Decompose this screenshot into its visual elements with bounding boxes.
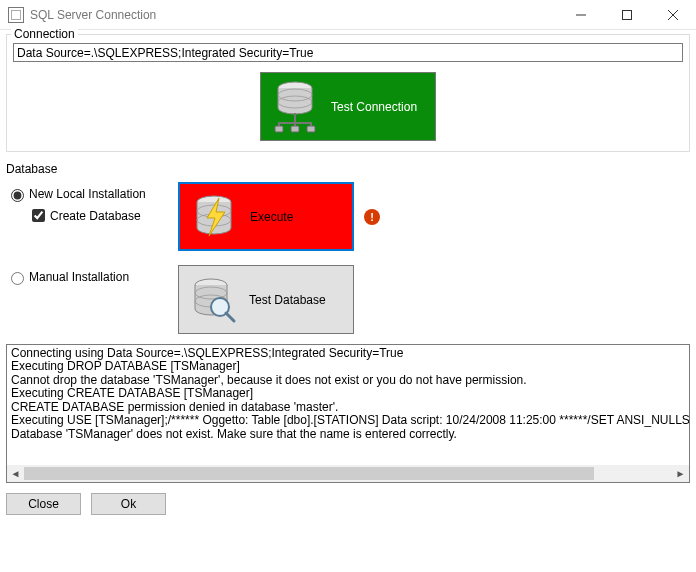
footer: Close Ok [0,483,696,525]
scroll-left-button[interactable]: ◄ [7,465,24,482]
new-local-installation-radio[interactable]: New Local Installation [6,186,178,202]
svg-rect-10 [291,126,299,132]
maximize-button[interactable] [604,0,650,30]
log-line: Executing USE [TSManager];/****** Oggett… [11,414,685,427]
test-database-label: Test Database [249,293,326,307]
database-search-icon [185,272,241,328]
log-line: CREATE DATABASE permission denied in dat… [11,401,685,414]
svg-rect-1 [623,10,632,19]
app-icon [8,7,24,23]
database-network-icon [267,79,323,135]
execute-label: Execute [250,210,293,224]
database-group: Database New Local Installation Create D… [6,162,690,334]
create-db-check-input[interactable] [32,209,45,222]
log-line: Cannot drop the database 'TSManager', be… [11,374,685,387]
test-connection-label: Test Connection [331,100,417,114]
new-local-label: New Local Installation [29,187,146,201]
close-button[interactable]: Close [6,493,81,515]
database-legend: Database [6,162,690,176]
svg-line-23 [226,313,234,321]
connection-legend: Connection [11,27,78,41]
horizontal-scrollbar[interactable]: ◄ ► [7,465,689,482]
scroll-right-button[interactable]: ► [672,465,689,482]
manual-label: Manual Installation [29,270,129,284]
manual-radio-input[interactable] [11,272,24,285]
log-line: Connecting using Data Source=.\SQLEXPRES… [11,347,685,360]
database-lightning-icon [186,189,242,245]
test-database-button[interactable]: Test Database [178,265,354,334]
window-title: SQL Server Connection [30,8,558,22]
new-local-radio-input[interactable] [11,189,24,202]
create-database-checkbox[interactable]: Create Database [28,206,178,225]
close-window-button[interactable] [650,0,696,30]
connection-string-input[interactable] [13,43,683,62]
ok-button[interactable]: Ok [91,493,166,515]
log-output[interactable]: Connecting using Data Source=.\SQLEXPRES… [6,344,690,483]
titlebar: SQL Server Connection [0,0,696,30]
manual-installation-radio[interactable]: Manual Installation [6,269,178,285]
log-content: Connecting using Data Source=.\SQLEXPRES… [7,345,689,467]
create-db-label: Create Database [50,209,141,223]
log-line: Database 'TSManager' does not exist. Mak… [11,428,685,441]
log-line: Executing CREATE DATABASE [TSManager] [11,387,685,400]
error-icon: ! [364,209,380,225]
test-connection-button[interactable]: Test Connection [260,72,436,141]
scroll-thumb[interactable] [24,467,594,480]
connection-group: Connection [6,34,690,152]
minimize-button[interactable] [558,0,604,30]
svg-rect-11 [307,126,315,132]
scroll-track[interactable] [24,465,672,482]
svg-rect-9 [275,126,283,132]
execute-button[interactable]: Execute [178,182,354,251]
log-line: Executing DROP DATABASE [TSManager] [11,360,685,373]
